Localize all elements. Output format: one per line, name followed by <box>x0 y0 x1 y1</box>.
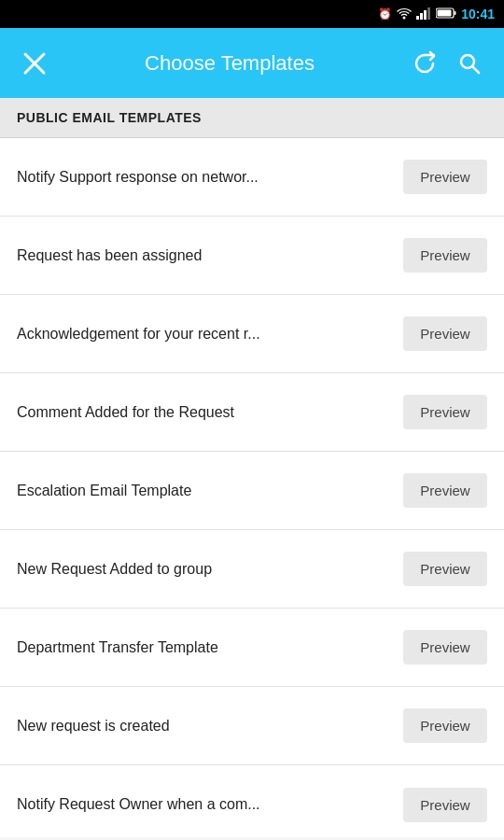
signal-icon <box>416 7 431 22</box>
template-item[interactable]: Request has been assignedPreview <box>0 217 504 295</box>
template-item[interactable]: Acknowledgement for your recent r...Prev… <box>0 295 504 373</box>
preview-button[interactable]: Preview <box>403 238 487 273</box>
preview-button[interactable]: Preview <box>403 473 487 508</box>
svg-line-12 <box>472 66 479 73</box>
search-icon <box>456 50 483 77</box>
template-item[interactable]: Comment Added for the RequestPreview <box>0 373 504 452</box>
template-name: New Request Added to group <box>17 561 403 578</box>
template-name: Escalation Email Template <box>17 483 403 499</box>
svg-rect-3 <box>424 10 427 20</box>
close-icon <box>21 50 48 77</box>
template-name: Notify Support response on networ... <box>17 169 403 186</box>
alarm-icon: ⏰ <box>378 7 392 21</box>
template-item[interactable]: Department Transfer TemplatePreview <box>0 609 504 687</box>
close-button[interactable] <box>14 43 55 84</box>
preview-button[interactable]: Preview <box>403 395 487 429</box>
template-name: Comment Added for the Request <box>17 404 403 421</box>
status-bar: ⏰ 10:41 <box>0 0 504 28</box>
refresh-icon <box>412 50 438 77</box>
status-time: 10:41 <box>461 7 495 21</box>
header: Choose Templates <box>0 28 504 98</box>
preview-button[interactable]: Preview <box>403 788 487 822</box>
preview-button[interactable]: Preview <box>403 708 487 743</box>
wifi-icon <box>397 7 412 22</box>
page-title: Choose Templates <box>55 51 404 76</box>
template-item[interactable]: Escalation Email TemplatePreview <box>0 452 504 530</box>
svg-rect-4 <box>427 7 430 20</box>
svg-rect-1 <box>416 16 419 20</box>
template-item[interactable]: Notify Request Owner when a com...Previe… <box>0 765 504 837</box>
svg-rect-2 <box>420 13 423 20</box>
refresh-button[interactable] <box>404 43 445 84</box>
status-icons: ⏰ 10:41 <box>378 7 495 22</box>
template-item[interactable]: Notify Support response on networ...Prev… <box>0 138 504 217</box>
template-name: Acknowledgement for your recent r... <box>17 326 403 343</box>
preview-button[interactable]: Preview <box>403 552 487 586</box>
template-name: Request has been assigned <box>17 247 403 264</box>
template-name: New request is created <box>17 718 403 735</box>
svg-rect-6 <box>455 11 456 15</box>
svg-rect-7 <box>438 9 452 16</box>
header-actions <box>404 43 490 84</box>
template-name: Notify Request Owner when a com... <box>17 796 403 813</box>
search-button[interactable] <box>449 43 490 84</box>
preview-button[interactable]: Preview <box>403 160 487 194</box>
template-item[interactable]: New Request Added to groupPreview <box>0 530 504 609</box>
template-name: Department Transfer Template <box>17 639 403 656</box>
preview-button[interactable]: Preview <box>403 630 487 665</box>
template-item[interactable]: New request is createdPreview <box>0 687 504 765</box>
preview-button[interactable]: Preview <box>403 316 487 351</box>
template-list: Notify Support response on networ...Prev… <box>0 138 504 837</box>
svg-point-0 <box>403 16 406 19</box>
section-header: PUBLIC EMAIL TEMPLATES <box>0 98 504 138</box>
section-header-label: PUBLIC EMAIL TEMPLATES <box>17 110 202 125</box>
battery-icon <box>436 7 456 21</box>
